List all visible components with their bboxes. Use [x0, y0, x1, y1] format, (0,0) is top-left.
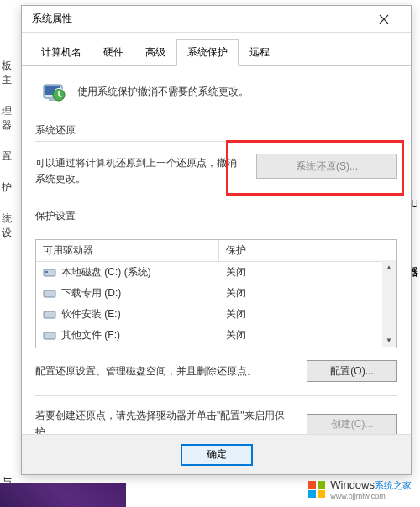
drive-icon	[43, 268, 56, 278]
table-row[interactable]: 本地磁盘 (C:) (系统) 关闭	[36, 262, 396, 283]
bg-text: 板主	[0, 50, 21, 96]
watermark-sub: 系统之家	[375, 480, 412, 490]
table-row[interactable]: 下载专用 (D:) 关闭	[36, 283, 396, 304]
drive-icon	[43, 310, 56, 320]
svg-rect-8	[44, 332, 55, 339]
scrollbar[interactable]: ▲ ▼	[382, 260, 396, 347]
drive-name: 其他文件 (F:)	[61, 328, 120, 342]
bg-text: 统设	[0, 203, 21, 248]
bg-text: U	[411, 198, 418, 210]
divider	[35, 227, 397, 227]
tab-strip: 计算机名 硬件 高级 系统保护 远程	[22, 33, 411, 66]
watermark: Windows系统之家 www.bjjmlw.com	[308, 478, 412, 500]
desktop-fragment	[0, 483, 126, 507]
column-protection[interactable]: 保护	[219, 240, 396, 261]
drive-icon	[43, 289, 56, 299]
scroll-down-icon[interactable]: ▼	[382, 333, 396, 347]
bg-text: 护	[0, 172, 21, 203]
svg-rect-7	[44, 311, 55, 318]
configure-button[interactable]: 配置(O)...	[307, 360, 397, 382]
windows-logo-icon	[308, 481, 325, 498]
close-button[interactable]	[367, 8, 401, 31]
svg-rect-6	[44, 290, 55, 297]
titlebar: 系统属性	[22, 6, 411, 33]
ok-button[interactable]: 确定	[181, 444, 253, 466]
drive-status: 关闭	[219, 285, 396, 301]
drive-name: 下载专用 (D:)	[61, 286, 121, 301]
section-protection-title: 保护设置	[35, 209, 397, 223]
drive-name: 软件安装 (E:)	[61, 307, 121, 321]
watermark-brand: Windows	[330, 478, 375, 491]
divider	[35, 395, 397, 396]
drive-status: 关闭	[219, 306, 396, 322]
table-row[interactable]: 其他文件 (F:) 关闭	[36, 325, 396, 346]
drive-status: 关闭	[219, 264, 396, 280]
restore-description: 可以通过将计算机还原到上一个还原点，撤消系统更改。	[35, 154, 246, 187]
section-restore-title: 系统还原	[35, 123, 397, 138]
tab-remote[interactable]: 远程	[239, 39, 281, 65]
drive-list[interactable]: 可用驱动器 保护 本地磁盘 (C:) (系统) 关闭 下载专用 (D:) 关闭 …	[35, 239, 397, 348]
divider	[35, 141, 397, 142]
intro-text: 使用系统保护撤消不需要的系统更改。	[77, 85, 249, 99]
svg-rect-5	[45, 271, 48, 273]
bg-text: 理器	[0, 96, 21, 141]
system-properties-dialog: 系统属性 计算机名 硬件 高级 系统保护 远程 使用系统保护撤消不需要的	[21, 5, 412, 475]
drive-name: 本地磁盘 (C:) (系统)	[61, 265, 151, 280]
scroll-up-icon[interactable]: ▲	[382, 260, 396, 274]
dialog-footer: 确定	[22, 434, 411, 474]
dialog-title: 系统属性	[32, 12, 367, 26]
tab-system-protection[interactable]: 系统保护	[176, 39, 239, 66]
configure-description: 配置还原设置、管理磁盘空间，并且删除还原点。	[35, 363, 297, 379]
table-header: 可用驱动器 保护	[36, 240, 396, 262]
tab-content: 使用系统保护撤消不需要的系统更改。 系统还原 可以通过将计算机还原到上一个还原点…	[22, 66, 411, 466]
watermark-url: www.bjjmlw.com	[330, 492, 412, 500]
tab-computer-name[interactable]: 计算机名	[30, 39, 92, 65]
close-icon	[379, 14, 389, 24]
tab-advanced[interactable]: 高级	[134, 39, 176, 65]
table-row[interactable]: 软件安装 (E:) 关闭	[36, 304, 396, 325]
system-restore-button[interactable]: 系统还原(S)...	[256, 154, 397, 179]
tab-hardware[interactable]: 硬件	[92, 39, 134, 65]
create-button[interactable]: 创建(C)...	[307, 414, 397, 436]
drive-icon	[43, 331, 56, 341]
drive-status: 关闭	[219, 327, 396, 343]
bg-text: 置	[0, 141, 21, 172]
column-drives[interactable]: 可用驱动器	[36, 240, 219, 261]
system-protection-icon	[40, 78, 67, 105]
